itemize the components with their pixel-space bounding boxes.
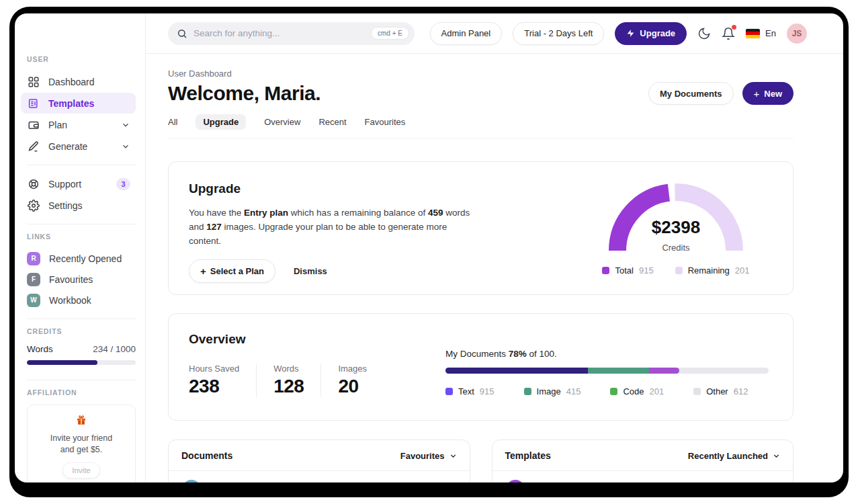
tab-upgrade[interactable]: Upgrade xyxy=(196,114,246,130)
sidebar-section-credits: CREDITS xyxy=(27,327,136,335)
sidebar-section-user: USER xyxy=(27,55,136,63)
legend-swatch xyxy=(445,388,453,395)
stats-row: Hours Saved 238 Words 128 Images 20 xyxy=(189,364,445,397)
sidebar-nav: Dashboard Templates Plan xyxy=(27,71,136,157)
upgrade-card-body: You have the Entry plan which has a rema… xyxy=(189,206,474,248)
app-window: USER Dashboard Templates xyxy=(15,13,843,482)
breadcrumb: User Dashboard xyxy=(168,69,793,79)
new-button-label: New xyxy=(764,89,782,99)
legend-swatch xyxy=(602,267,609,274)
templates-card: Templates Recently Launched Blog Post Ti… xyxy=(492,439,794,482)
gauge-legend: Total 915 Remaining 201 xyxy=(602,265,750,276)
template-list-item[interactable]: Blog Post Title in Workbook xyxy=(492,471,793,482)
legend-item-code: Code 201 xyxy=(610,386,664,396)
admin-panel-button[interactable]: Admin Panel xyxy=(430,22,503,45)
words-label: Words xyxy=(27,344,53,354)
sidebar: USER Dashboard Templates xyxy=(15,13,146,482)
legend-item-other: Other 612 xyxy=(693,386,748,396)
lightning-icon xyxy=(626,29,635,38)
trial-status-button[interactable]: Trial - 2 Days Left xyxy=(513,22,604,45)
invite-button[interactable]: Invite xyxy=(62,462,100,478)
dashboard-content: User Dashboard Welcome, Maria. My Docume… xyxy=(146,54,843,482)
tab-overview[interactable]: Overview xyxy=(264,117,300,127)
tab-bar: All Upgrade Overview Recent Favourites xyxy=(168,114,793,139)
sidebar-item-settings[interactable]: Settings xyxy=(21,195,136,216)
wallet-icon xyxy=(27,118,40,131)
documents-stacked-bar xyxy=(445,368,769,374)
sidebar-item-support[interactable]: Support 3 xyxy=(21,173,136,194)
invite-text-line2: and get $5. xyxy=(34,444,128,456)
sidebar-section-affiliation: AFFILIATION xyxy=(27,388,136,396)
new-button[interactable]: + New xyxy=(742,82,794,105)
invite-text-line1: Invite your friend xyxy=(34,433,128,444)
search-input[interactable] xyxy=(194,28,365,38)
bar-segment-text xyxy=(445,368,588,374)
dismiss-button[interactable]: Dismiss xyxy=(294,266,327,276)
sidebar-link-favourites[interactable]: F Favourites xyxy=(27,269,136,290)
sidebar-item-label: Templates xyxy=(48,98,94,109)
sidebar-item-label: Plan xyxy=(48,120,67,130)
documents-card: Documents Favourites Untitled Document i… xyxy=(168,439,470,482)
sidebar-divider xyxy=(27,319,136,319)
bar-segment-image xyxy=(588,368,649,374)
sidebar-item-plan[interactable]: Plan xyxy=(21,114,136,135)
search-icon xyxy=(177,28,187,39)
user-avatar[interactable]: JS xyxy=(787,24,807,44)
screenshot-canvas: USER Dashboard Templates xyxy=(0,0,858,504)
page-title: Welcome, Maria. xyxy=(168,82,320,105)
sidebar-divider xyxy=(27,224,136,224)
language-label[interactable]: En xyxy=(765,28,776,38)
chevron-down-icon xyxy=(121,142,130,151)
credits-caption: Credits xyxy=(602,243,750,253)
sidebar-item-dashboard[interactable]: Dashboard xyxy=(21,71,136,92)
tab-favourites[interactable]: Favourites xyxy=(365,117,406,127)
plus-icon: + xyxy=(200,265,206,277)
templates-filter-dropdown[interactable]: Recently Launched xyxy=(688,451,781,461)
legend-swatch xyxy=(610,388,617,395)
legend-item-remaining: Remaining 201 xyxy=(675,265,750,276)
link-label: Favourites xyxy=(49,274,93,285)
overview-card-title: Overview xyxy=(189,332,445,347)
sidebar-item-label: Settings xyxy=(48,200,83,211)
chevron-down-icon xyxy=(121,120,130,130)
search-box[interactable]: cmd + E xyxy=(168,22,415,45)
chevron-down-icon xyxy=(772,452,781,460)
sidebar-section-links: LINKS xyxy=(27,233,136,241)
sidebar-divider xyxy=(27,380,136,380)
sidebar-item-label: Dashboard xyxy=(48,77,95,87)
legend-item-text: Text 915 xyxy=(445,386,495,396)
select-plan-label: Select a Plan xyxy=(210,266,264,276)
search-shortcut-kbd: cmd + E xyxy=(371,27,409,40)
templates-icon xyxy=(27,97,40,110)
sidebar-item-label: Support xyxy=(48,179,81,190)
chevron-down-icon xyxy=(449,452,458,460)
sidebar-link-workbook[interactable]: W Workbook xyxy=(27,290,136,310)
my-documents-button[interactable]: My Documents xyxy=(648,82,733,105)
main-area: cmd + E Admin Panel Trial - 2 Days Left … xyxy=(146,13,843,482)
window-frame: USER Dashboard Templates xyxy=(9,7,849,497)
sidebar-item-templates[interactable]: Templates xyxy=(21,93,136,114)
dark-mode-toggle[interactable] xyxy=(697,27,711,40)
link-label: Recently Opened xyxy=(49,253,122,264)
tab-recent[interactable]: Recent xyxy=(318,117,346,127)
sidebar-link-recently-opened[interactable]: R Recently Opened xyxy=(27,248,136,269)
notifications-bell[interactable] xyxy=(722,27,735,40)
select-plan-button[interactable]: + Select a Plan xyxy=(189,259,275,283)
legend-swatch xyxy=(524,388,531,395)
affiliation-card: Invite your friend and get $5. Invite xyxy=(27,405,136,482)
stat-images: Images 20 xyxy=(320,364,384,397)
documents-card-title: Documents xyxy=(181,450,232,461)
sidebar-item-generate[interactable]: Generate xyxy=(21,136,136,157)
upgrade-button-label: Upgrade xyxy=(640,28,675,38)
notification-dot xyxy=(732,25,736,30)
language-selector[interactable] xyxy=(746,29,760,38)
words-progress-fill xyxy=(27,360,97,365)
legend-swatch xyxy=(675,267,683,274)
documents-bar-legend: Text 915 Image 415 Cod xyxy=(445,386,769,396)
document-avatar xyxy=(182,480,201,482)
documents-filter-dropdown[interactable]: Favourites xyxy=(400,451,458,461)
tab-all[interactable]: All xyxy=(168,117,177,127)
document-list-item[interactable]: Untitled Document in Workbook xyxy=(169,471,470,482)
dashboard-grid-icon xyxy=(27,75,40,88)
upgrade-button[interactable]: Upgrade xyxy=(615,22,687,45)
